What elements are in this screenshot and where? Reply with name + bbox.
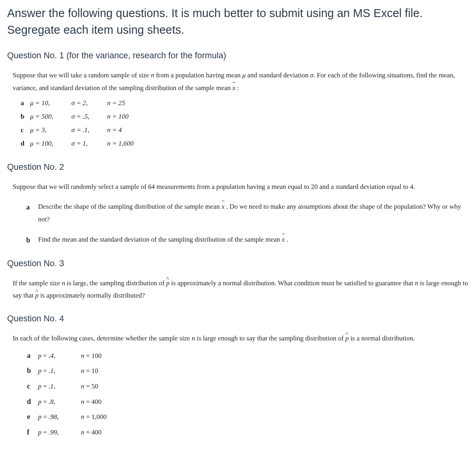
q4-d-n: 400 xyxy=(92,398,102,406)
q4-f-label: f xyxy=(27,425,38,440)
q4-e-label: e xyxy=(27,409,38,425)
q2-item-a: a Describe the shape of the sampling dis… xyxy=(26,200,469,226)
q3-b: is large, the sampling distribution of xyxy=(65,279,166,287)
q2-b-pre: Find the mean and the standard deviation… xyxy=(38,236,282,243)
q4-f-n: 400 xyxy=(92,429,102,436)
q1-row-a: a μ = 10, σ = 2, n = 25 xyxy=(21,96,469,110)
q3-c: is approximately a normal distribution. … xyxy=(169,279,415,287)
q4-list: a p = .4, n = 100 b p = .1, n = 10 c p =… xyxy=(27,348,469,440)
q4-a-label: a xyxy=(27,348,38,363)
q4-intro-b: is large enough to say that the sampling… xyxy=(195,334,345,342)
q4-f-p: .99, xyxy=(49,429,59,436)
q4-b-p: .1, xyxy=(49,367,56,375)
q1-c-n: n = 4 xyxy=(107,126,122,134)
q1-d-n: n = 1,600 xyxy=(107,140,134,147)
q2-intro-text: Suppose that we will randomly select a s… xyxy=(13,181,469,193)
q3-e: is approximately normally distributed? xyxy=(38,292,145,299)
q3-header: Question No. 3 xyxy=(7,257,469,270)
q4-intro-c: is a normal distribution. xyxy=(349,334,415,342)
q1-b-mu: μ = 500, xyxy=(30,113,53,120)
q4-c-label: c xyxy=(27,379,38,394)
q1-c-label: c xyxy=(21,123,30,137)
q2-header: Question No. 2 xyxy=(7,161,469,173)
q4-intro: In each of the following cases, determin… xyxy=(13,332,469,344)
q3-body: If the sample size n is large, the sampl… xyxy=(13,277,469,302)
q4-c-n: 50 xyxy=(92,382,98,390)
q1-c-sig: σ = .1, xyxy=(71,126,89,134)
q4-row-f: f p = .99, n = 400 xyxy=(27,425,469,440)
q1-b-label: b xyxy=(21,110,30,123)
q2-a-pre: Describe the shape of the sampling distr… xyxy=(38,203,221,210)
q1-intro-e: : xyxy=(237,84,239,92)
q1-c-mu: μ = 3, xyxy=(30,126,46,134)
q1-a-label: a xyxy=(21,96,30,110)
q1-d-label: d xyxy=(21,137,30,150)
q2-intro: Suppose that we will randomly select a s… xyxy=(13,181,469,193)
q2-b-post: . xyxy=(286,236,288,243)
q1-d-mu: μ = 100, xyxy=(30,140,53,147)
q1-b-n: n = 100 xyxy=(107,113,129,120)
q4-e-n: 1,000 xyxy=(92,413,107,421)
q4-c-p: .1, xyxy=(49,382,56,390)
q4-intro-a: In each of the following cases, determin… xyxy=(13,334,192,342)
q4-a-p: .4, xyxy=(49,352,56,359)
q2-sublist: a Describe the shape of the sampling dis… xyxy=(26,200,469,247)
q1-a-sig: σ = 2, xyxy=(71,99,88,107)
q1-header: Question No. 1 (for the variance, resear… xyxy=(7,49,469,62)
q2-item-b: b Find the mean and the standard deviati… xyxy=(26,233,469,247)
q4-a-n: 100 xyxy=(92,352,102,359)
q1-d-sig: σ = 1, xyxy=(71,140,88,147)
q1-b-sig: σ = .5, xyxy=(71,113,89,120)
q4-b-label: b xyxy=(27,363,38,379)
q4-header: Question No. 4 xyxy=(7,312,469,325)
q4-row-a: a p = .4, n = 100 xyxy=(27,348,469,363)
page-title: Answer the following questions. It is mu… xyxy=(7,5,469,38)
q1-row-b: b μ = 500, σ = .5, n = 100 xyxy=(21,110,469,123)
q4-row-b: b p = .1, n = 10 xyxy=(27,363,469,379)
q1-intro-c: and standard deviation xyxy=(246,71,310,79)
q4-d-label: d xyxy=(27,394,38,409)
q1-intro-b: from a population having mean xyxy=(154,71,242,79)
q1-a-mu: μ = 10, xyxy=(30,99,50,107)
q1-intro: Suppose that we will take a random sampl… xyxy=(13,69,469,94)
q4-e-p: .98, xyxy=(49,413,59,421)
q1-list: a μ = 10, σ = 2, n = 25 b μ = 500, σ = .… xyxy=(21,96,469,150)
q1-intro-a: Suppose that we will take a random sampl… xyxy=(13,71,151,79)
q4-d-p: .8, xyxy=(49,398,56,406)
q1-a-n: n = 25 xyxy=(107,99,125,107)
q1-row-c: c μ = 3, σ = .1, n = 4 xyxy=(21,123,469,137)
q4-b-n: 10 xyxy=(92,367,98,375)
q4-row-e: e p = .98, n = 1,000 xyxy=(27,409,469,425)
q1-row-d: d μ = 100, σ = 1, n = 1,600 xyxy=(21,137,469,150)
q4-row-d: d p = .8, n = 400 xyxy=(27,394,469,409)
q4-row-c: c p = .1, n = 50 xyxy=(27,379,469,394)
